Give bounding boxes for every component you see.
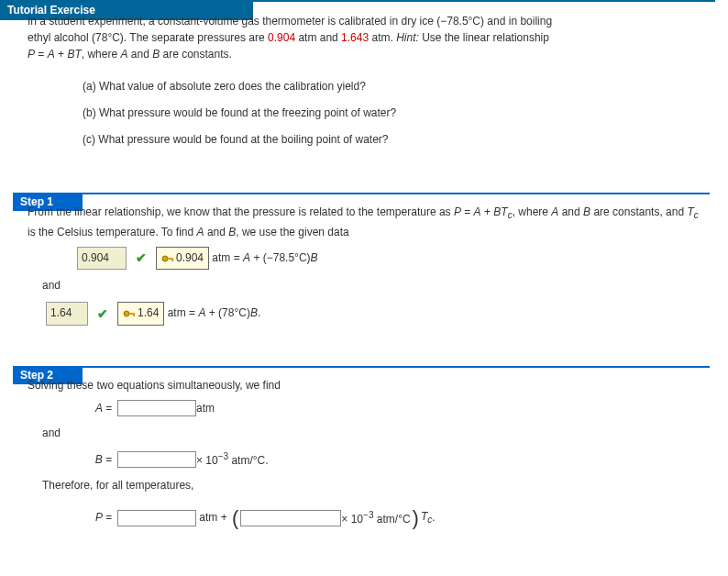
label-a: A = (77, 400, 112, 417)
mid-text: atm + (196, 509, 230, 526)
question-a: (a) What value of absolute zero does the… (83, 73, 700, 100)
key-icon (123, 308, 136, 319)
and-text-1: and (42, 277, 704, 294)
question-b: (b) What pressure would be found at the … (83, 100, 700, 127)
step-2-intro: Solving these two equations simultaneous… (28, 377, 704, 394)
left-paren: ( (232, 502, 238, 534)
eq1-solution: 0.904 (156, 247, 209, 270)
unit-a: atm (196, 400, 215, 417)
svg-rect-5 (133, 313, 135, 316)
therefore-text: Therefore, for all temperatures, (42, 477, 704, 494)
input-p2[interactable] (240, 510, 341, 526)
svg-point-3 (124, 311, 129, 316)
input-b[interactable] (117, 451, 196, 468)
label-p: P = (77, 509, 112, 526)
eq1-expression: atm = A + (−78.5°C)B (209, 249, 318, 267)
eq2-input[interactable]: 1.64 (46, 302, 88, 325)
label-b: B = (77, 451, 112, 469)
eq2-expression: atm = A + (78°C)B. (164, 305, 260, 322)
step-1-text: From the linear relationship, we know th… (28, 204, 704, 241)
key-icon (161, 253, 174, 264)
tail-var: Tc (421, 508, 432, 527)
check-icon: ✔ (136, 248, 147, 268)
question-c: (c) What pressure would be found at the … (83, 127, 700, 153)
input-a[interactable] (117, 400, 196, 416)
right-paren: ) (413, 502, 419, 534)
check-icon: ✔ (97, 304, 108, 324)
eq1-input[interactable]: 0.904 (77, 247, 127, 270)
unit-b: × 10−3 atm/°C. (196, 449, 269, 470)
problem-statement: In a student experiment, a constant-volu… (28, 13, 700, 62)
tail-end: . (432, 509, 435, 526)
and-text-2: and (42, 425, 704, 442)
svg-point-0 (162, 256, 168, 261)
eq2-solution: 1.64 (117, 302, 164, 325)
input-p1[interactable] (117, 510, 196, 526)
unit-p: × 10−3 atm/°C (341, 508, 410, 528)
svg-rect-2 (171, 258, 173, 261)
